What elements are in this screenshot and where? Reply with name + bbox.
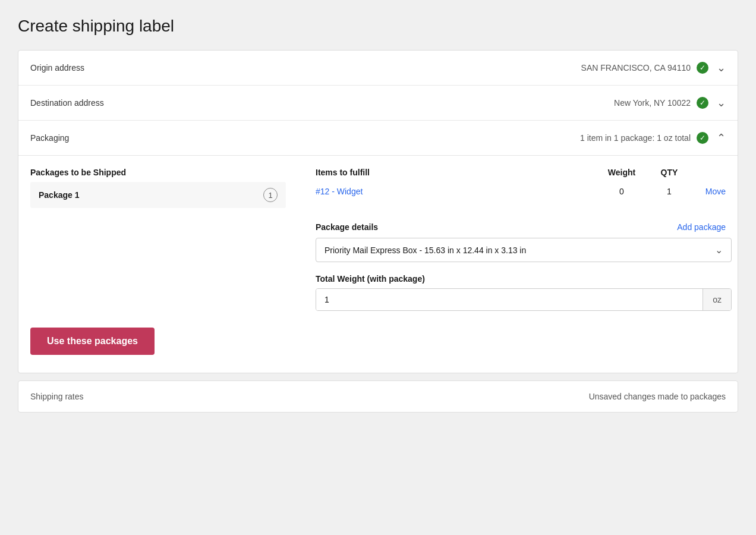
package-details-label: Package details: [316, 222, 378, 232]
page-title: Create shipping label: [18, 12, 738, 36]
package-details-header: Package details Add package: [30, 222, 726, 232]
move-button[interactable]: Move: [690, 187, 726, 196]
package-name: Package 1: [39, 190, 80, 200]
col-items-header: Items to fulfill: [316, 168, 595, 177]
destination-chevron-icon[interactable]: ⌄: [717, 96, 726, 109]
total-weight-label: Total Weight (with package): [316, 274, 726, 284]
col-qty-header: QTY: [648, 168, 690, 177]
destination-address-section: Destination address New York, NY 10022 ✓…: [18, 86, 738, 121]
packaging-section: Packaging 1 item in 1 package: 1 oz tota…: [18, 121, 738, 373]
package-select-wrapper: Priority Mail Express Box - 15.63 in x 1…: [316, 238, 726, 262]
packaging-verified-icon: ✓: [697, 132, 708, 144]
packaging-chevron-icon[interactable]: ⌃: [717, 131, 726, 144]
package-select-value: Priority Mail Express Box - 15.63 in x 1…: [325, 246, 526, 255]
col-weight-header: Weight: [595, 168, 648, 177]
package-item: Package 1 1: [30, 182, 286, 208]
use-packages-button[interactable]: Use these packages: [30, 328, 155, 355]
unsaved-changes-text: Unsaved changes made to packages: [589, 392, 726, 401]
origin-value: SAN FRANCISCO, CA 94110: [581, 63, 691, 73]
package-badge: 1: [263, 188, 278, 202]
packaging-header: Packaging 1 item in 1 package: 1 oz tota…: [18, 121, 738, 156]
shipping-rates-label: Shipping rates: [30, 392, 84, 401]
table-row: Package 1 1 #12 - Widget 0 1 Move: [30, 182, 726, 208]
package-select[interactable]: Priority Mail Express Box - 15.63 in x 1…: [316, 238, 732, 262]
weight-input[interactable]: [316, 289, 703, 310]
destination-label: Destination address: [30, 98, 104, 108]
add-package-link[interactable]: Add package: [677, 222, 726, 232]
item-qty: 1: [648, 187, 690, 196]
weight-unit: oz: [703, 289, 731, 310]
main-card: Origin address SAN FRANCISCO, CA 94110 ✓…: [18, 50, 738, 373]
destination-value: New York, NY 10022: [614, 98, 691, 108]
item-name-link[interactable]: #12 - Widget: [316, 187, 595, 196]
items-col: #12 - Widget 0 1 Move: [316, 182, 726, 199]
destination-verified-icon: ✓: [697, 97, 708, 109]
packaging-body: Packages to be Shipped Items to fulfill …: [18, 156, 738, 373]
packaging-summary: 1 item in 1 package: 1 oz total: [580, 133, 691, 143]
origin-address-section: Origin address SAN FRANCISCO, CA 94110 ✓…: [18, 51, 738, 86]
destination-right: New York, NY 10022 ✓ ⌄: [614, 96, 726, 109]
item-weight: 0: [595, 187, 648, 196]
origin-label: Origin address: [30, 63, 84, 73]
package-list-col: Package 1 1: [30, 182, 316, 208]
origin-right: SAN FRANCISCO, CA 94110 ✓ ⌄: [581, 61, 726, 74]
total-weight-section: Total Weight (with package) oz: [316, 274, 726, 311]
select-chevron-icon: ⌄: [715, 244, 723, 256]
package-details-section: Package details Add package Priority Mai…: [30, 222, 726, 262]
table-header: Packages to be Shipped Items to fulfill …: [30, 168, 726, 177]
packaging-header-right: 1 item in 1 package: 1 oz total ✓ ⌃: [580, 131, 726, 144]
packaging-label: Packaging: [30, 133, 69, 143]
origin-chevron-icon[interactable]: ⌄: [717, 61, 726, 74]
shipping-rates-section: Shipping rates Unsaved changes made to p…: [18, 380, 738, 413]
item-row: #12 - Widget 0 1 Move: [316, 187, 726, 196]
weight-input-row: oz: [316, 288, 732, 311]
origin-verified-icon: ✓: [697, 62, 708, 74]
col-packages-header: Packages to be Shipped: [30, 168, 316, 177]
